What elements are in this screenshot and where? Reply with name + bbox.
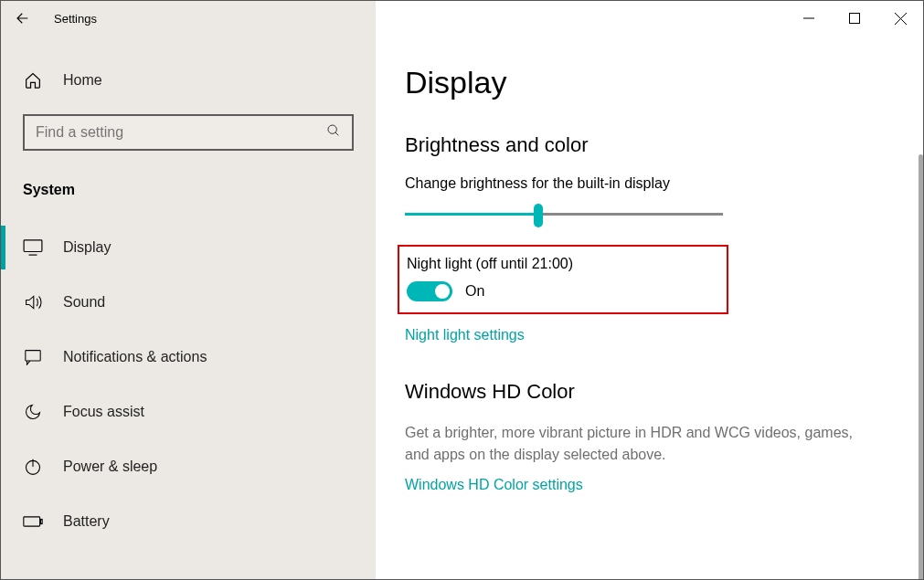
battery-icon [23, 515, 43, 528]
sidebar-item-label: Power & sleep [63, 459, 157, 475]
svg-rect-8 [26, 351, 40, 361]
sound-icon [23, 294, 43, 311]
night-light-state: On [465, 283, 484, 300]
hdcolor-settings-link[interactable]: Windows HD Color settings [405, 477, 583, 493]
night-light-settings-link[interactable]: Night light settings [405, 327, 525, 343]
svg-line-5 [335, 132, 338, 135]
hdcolor-description: Get a brighter, more vibrant picture in … [405, 422, 862, 466]
night-light-label: Night light (off until 21:00) [407, 256, 714, 272]
minimize-icon [803, 13, 814, 24]
sidebar-item-label: Sound [63, 294, 105, 311]
maximize-button[interactable] [832, 1, 877, 36]
page-title: Display [405, 65, 897, 100]
home-button[interactable]: Home [1, 63, 376, 98]
toggle-knob [435, 284, 450, 299]
maximize-icon [849, 13, 860, 24]
sidebar-item-battery[interactable]: Battery [1, 494, 376, 549]
svg-rect-11 [24, 517, 40, 526]
sidebar-item-focus-assist[interactable]: Focus assist [1, 385, 376, 439]
notifications-icon [23, 349, 43, 365]
home-icon [23, 72, 43, 89]
back-button[interactable] [1, 1, 45, 36]
window-title: Settings [45, 12, 97, 26]
content-scrollbar[interactable] [919, 154, 923, 579]
minimize-button[interactable] [786, 1, 832, 36]
night-light-toggle-row: On [407, 281, 714, 301]
svg-rect-1 [850, 14, 860, 24]
sidebar-item-notifications[interactable]: Notifications & actions [1, 330, 376, 385]
titlebar-left: Settings [1, 1, 376, 36]
brightness-slider-label: Change brightness for the built-in displ… [405, 175, 897, 192]
section-brightness-header: Brightness and color [405, 133, 897, 157]
svg-rect-12 [40, 519, 42, 523]
sidebar-item-label: Battery [63, 513, 110, 530]
search-input-container[interactable] [23, 114, 354, 151]
slider-thumb[interactable] [534, 204, 543, 227]
titlebar-spacer [376, 1, 786, 36]
sidebar: Home System Display Sound Notifica [1, 36, 376, 579]
slider-fill [405, 213, 538, 216]
power-icon [23, 458, 43, 476]
svg-point-4 [328, 125, 336, 133]
section-hdcolor-header: Windows HD Color [405, 380, 897, 404]
sidebar-category: System [1, 173, 376, 220]
close-icon [895, 13, 907, 25]
close-button[interactable] [877, 1, 923, 36]
focus-icon [23, 403, 43, 421]
back-arrow-icon [15, 10, 31, 26]
home-label: Home [63, 72, 102, 89]
svg-rect-6 [24, 240, 42, 252]
sidebar-item-power-sleep[interactable]: Power & sleep [1, 439, 376, 494]
night-light-highlight: Night light (off until 21:00) On [398, 245, 728, 314]
titlebar: Settings [1, 1, 923, 36]
display-icon [23, 239, 43, 256]
content-area: Display Brightness and color Change brig… [376, 36, 923, 579]
sidebar-item-label: Focus assist [63, 404, 144, 420]
search-input[interactable] [36, 124, 326, 141]
search-icon [326, 123, 341, 142]
sidebar-item-sound[interactable]: Sound [1, 275, 376, 330]
night-light-toggle[interactable] [407, 281, 452, 301]
sidebar-item-label: Notifications & actions [63, 349, 207, 365]
brightness-slider[interactable] [405, 201, 723, 228]
sidebar-item-label: Display [63, 239, 111, 256]
main-area: Home System Display Sound Notifica [1, 36, 923, 579]
sidebar-item-display[interactable]: Display [1, 220, 376, 275]
